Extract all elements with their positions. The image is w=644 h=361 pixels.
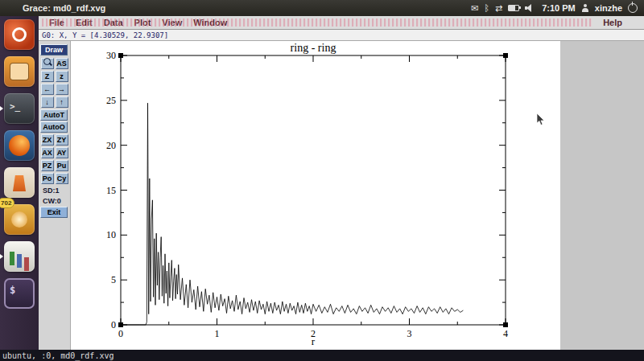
launcher-item-terminal[interactable] <box>0 90 39 127</box>
side-toolbar: Draw AS Z z ← → ↓ ↑ AutoT AutoO <box>39 41 71 351</box>
updates-icon <box>4 204 35 235</box>
menu-bar: File Edit Data Plot View Window Help <box>39 16 644 30</box>
locator-text: G0: X, Y = [4.30529, 22.9307] <box>42 31 168 39</box>
locator-bar: G0: X, Y = [4.30529, 22.9307] <box>39 30 644 41</box>
desktop: Grace: md0_rdf.xvg ✉ ᛒ ⇄ 7:10 PM xinzhe … <box>0 0 644 361</box>
zoom-out-button[interactable]: z <box>56 71 68 82</box>
menu-plot[interactable]: Plot <box>129 18 157 27</box>
autoscale-x-button[interactable]: AX <box>41 147 54 158</box>
svg-text:5: 5 <box>111 274 116 285</box>
grace-window: File Edit Data Plot View Window Help G0:… <box>39 16 644 350</box>
clock[interactable]: 7:10 PM <box>542 3 576 13</box>
autoscale-button[interactable]: AS <box>56 58 68 69</box>
zoom-y-button[interactable]: ZY <box>56 134 68 146</box>
firefox-icon <box>4 130 35 161</box>
stack-depth-indicator: SD:1 <box>39 185 70 195</box>
launcher-badge: 702 <box>0 198 14 208</box>
grace-icon <box>4 241 35 272</box>
pan-up-button[interactable]: ↑ <box>56 96 68 108</box>
launcher-item-firefox[interactable] <box>0 127 39 164</box>
user-menu[interactable]: xinzhe <box>595 3 622 13</box>
menu-file[interactable]: File <box>43 18 70 27</box>
autoticks-button[interactable]: AutoT <box>40 109 68 121</box>
volume-icon[interactable] <box>525 4 535 12</box>
magnifier-icon <box>43 58 51 65</box>
zoom-button[interactable] <box>41 58 54 69</box>
mouse-cursor <box>536 113 546 126</box>
mail-icon[interactable]: ✉ <box>471 0 478 16</box>
cycle-world-indicator: CW:0 <box>39 195 70 206</box>
cycle-button[interactable]: Cy <box>56 173 68 184</box>
software-center-icon <box>4 167 35 198</box>
status-text: ubuntu, :0, md0_rdf.xvg <box>2 351 114 360</box>
autoscale-on-button[interactable]: AutoO <box>40 121 68 133</box>
launcher-item-grace[interactable] <box>0 238 39 275</box>
menu-window[interactable]: Window <box>188 18 233 27</box>
xterm-icon <box>4 278 35 309</box>
network-icon[interactable]: ⇄ <box>495 0 502 16</box>
launcher-item-files[interactable] <box>0 53 39 90</box>
indicator-tray: ✉ ᛒ ⇄ 7:10 PM xinzhe <box>471 0 644 16</box>
launcher: 702 <box>0 16 39 350</box>
user-icon[interactable] <box>581 4 589 12</box>
autoscale-y-button[interactable]: AY <box>56 147 68 158</box>
menu-edit[interactable]: Edit <box>70 18 98 27</box>
svg-text:20: 20 <box>106 140 116 151</box>
power-icon[interactable] <box>628 3 638 13</box>
top-panel: Grace: md0_rdf.xvg ✉ ᛒ ⇄ 7:10 PM xinzhe <box>0 0 644 16</box>
svg-text:0: 0 <box>111 319 116 330</box>
launcher-item-updates[interactable]: 702 <box>0 201 39 238</box>
exit-button[interactable]: Exit <box>40 207 68 218</box>
dash-home-icon <box>4 19 35 50</box>
menu-help[interactable]: Help <box>597 18 628 27</box>
zoom-pop-button[interactable]: Pu <box>56 160 68 171</box>
menu-data[interactable]: Data <box>98 18 129 27</box>
plot-canvas[interactable]: ring - ring 01234051015202530 r <box>71 41 560 351</box>
push-zoom-button[interactable]: PZ <box>41 160 54 171</box>
draw-button[interactable]: Draw <box>40 44 68 55</box>
launcher-item-software-center[interactable] <box>0 164 39 201</box>
battery-icon[interactable] <box>508 5 519 11</box>
rdf-chart: 01234051015202530 <box>71 41 560 351</box>
running-indicator <box>0 254 3 259</box>
bluetooth-icon[interactable]: ᛒ <box>484 0 489 16</box>
svg-text:30: 30 <box>106 50 116 61</box>
pan-left-button[interactable]: ← <box>41 84 54 95</box>
window-body: Draw AS Z z ← → ↓ ↑ AutoT AutoO <box>39 41 644 351</box>
running-indicator <box>0 106 3 111</box>
pan-right-button[interactable]: → <box>56 84 68 95</box>
files-icon <box>4 56 35 87</box>
launcher-item-dash-home[interactable] <box>0 16 39 53</box>
zoom-x-button[interactable]: ZX <box>41 134 54 146</box>
chart-title: ring - ring <box>121 42 506 55</box>
svg-text:10: 10 <box>106 229 116 240</box>
zoom-in-button[interactable]: Z <box>41 71 54 82</box>
menu-view[interactable]: View <box>156 18 188 27</box>
status-bar: ubuntu, :0, md0_rdf.xvg <box>0 350 644 361</box>
chart-xlabel: r <box>121 335 506 348</box>
terminal-icon <box>4 93 35 124</box>
svg-text:25: 25 <box>106 95 116 106</box>
pan-down-button[interactable]: ↓ <box>41 96 54 108</box>
svg-text:15: 15 <box>106 185 116 196</box>
launcher-item-xterm[interactable] <box>0 275 39 312</box>
pop-button[interactable]: Po <box>41 173 54 184</box>
window-title: Grace: md0_rdf.xvg <box>23 3 105 13</box>
